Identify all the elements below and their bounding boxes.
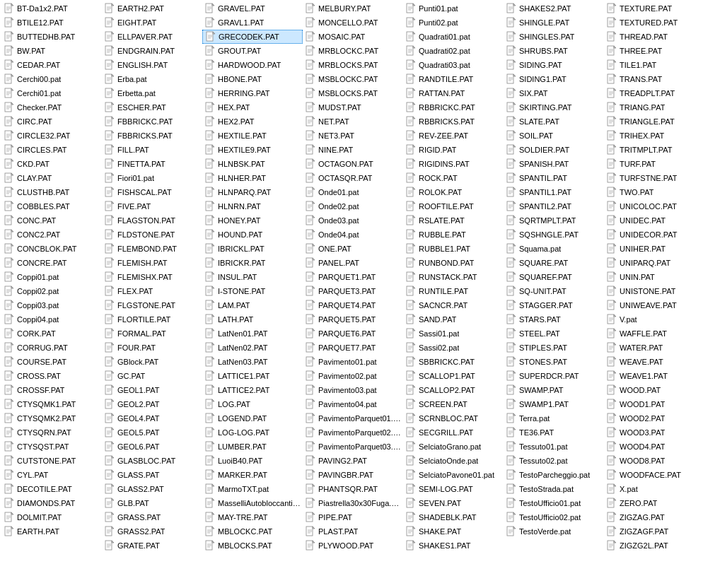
list-item[interactable]: WOOD1.PAT [604, 397, 703, 411]
list-item[interactable]: GLB.PAT [102, 496, 202, 510]
list-item[interactable]: MAY-TRE.PAT [202, 510, 303, 524]
list-item[interactable]: FBBRICKS.PAT [102, 129, 202, 143]
list-item[interactable]: CTYSQMK1.PAT [1, 397, 102, 411]
list-item[interactable]: RANDTILE.PAT [403, 72, 504, 86]
list-item[interactable]: CONC.PAT [1, 213, 102, 228]
list-item[interactable]: EARTH2.PAT [102, 1, 202, 16]
list-item[interactable]: LATTICE1.PAT [202, 369, 303, 383]
list-item[interactable]: SWAMP1.PAT [504, 397, 604, 411]
list-item[interactable]: GRATE.PAT [102, 539, 202, 553]
list-item[interactable]: PARQUET7.PAT [303, 341, 403, 355]
list-item[interactable]: THREE.PAT [604, 44, 703, 58]
list-item[interactable]: Quadrati03.pat [403, 58, 504, 72]
list-item[interactable]: HLNHER.PAT [202, 171, 303, 185]
list-item[interactable]: Pavimento03.pat [303, 383, 403, 397]
list-item[interactable]: RBBRICKS.PAT [403, 114, 504, 129]
list-item[interactable]: RUNSTACK.PAT [403, 270, 504, 284]
list-item[interactable]: INSUL.PAT [202, 270, 303, 284]
list-item[interactable]: UNIDECOR.PAT [604, 228, 703, 242]
list-item[interactable]: GROUT.PAT [202, 44, 303, 58]
list-item[interactable]: GBlock.PAT [102, 355, 202, 369]
list-item[interactable]: FILL.PAT [102, 143, 202, 157]
list-item[interactable]: TURF.PAT [604, 157, 703, 171]
list-item[interactable]: PARQUET1.PAT [303, 270, 403, 284]
list-item[interactable]: TRIANG.PAT [604, 100, 703, 114]
list-item[interactable]: HLNBSK.PAT [202, 157, 303, 171]
list-item[interactable]: MBLOCKC.PAT [202, 524, 303, 539]
list-item[interactable]: Pavimento04.pat [303, 397, 403, 411]
list-item[interactable]: FLAGSTON.PAT [102, 213, 202, 228]
list-item[interactable]: SEVEN.PAT [403, 496, 504, 510]
list-item[interactable]: LatNen02.PAT [202, 341, 303, 355]
list-item[interactable]: MSBLOCKC.PAT [303, 72, 403, 86]
list-item[interactable]: NINE.PAT [303, 143, 403, 157]
list-item[interactable]: GLASS2.PAT [102, 482, 202, 496]
list-item[interactable]: GRASS2.PAT [102, 524, 202, 539]
list-item[interactable]: STIPLES.PAT [504, 341, 604, 355]
list-item[interactable]: BT-Da1x2.PAT [1, 1, 102, 16]
list-item[interactable]: ENGLISH.PAT [102, 58, 202, 72]
list-item[interactable]: NET.PAT [303, 114, 403, 129]
list-item[interactable]: RSLATE.PAT [403, 213, 504, 228]
list-item[interactable]: PLYWOOD.PAT [303, 539, 403, 553]
list-item[interactable]: SIDING1.PAT [504, 72, 604, 86]
list-item[interactable]: Punti02.pat [403, 16, 504, 30]
list-item[interactable]: SelciatoGrano.pat [403, 440, 504, 454]
list-item[interactable]: UNIPARQ.PAT [604, 256, 703, 270]
list-item[interactable]: PavimentoParquet03.pat [303, 440, 403, 454]
list-item[interactable]: HLNPARQ.PAT [202, 185, 303, 199]
list-item[interactable]: Punti01.pat [403, 1, 504, 16]
list-item[interactable]: X.pat [604, 482, 703, 496]
list-item[interactable]: CIRCLES.PAT [1, 143, 102, 157]
list-item[interactable]: SLATE.PAT [504, 114, 604, 129]
list-item[interactable]: HONEY.PAT [202, 213, 303, 228]
list-item[interactable]: HEX.PAT [202, 100, 303, 114]
list-item[interactable]: RBBRICKC.PAT [403, 100, 504, 114]
list-item[interactable]: SelciatoPavone01.pat [403, 468, 504, 482]
list-item[interactable]: GEOL1.PAT [102, 383, 202, 397]
list-item[interactable]: SAND.PAT [403, 312, 504, 327]
list-item[interactable]: Erba.pat [102, 72, 202, 86]
list-item[interactable]: PARQUET6.PAT [303, 327, 403, 341]
list-item[interactable]: FORMAL.PAT [102, 327, 202, 341]
list-item[interactable]: SWAMP.PAT [504, 383, 604, 397]
list-item[interactable]: DOLMIT.PAT [1, 510, 102, 524]
list-item[interactable]: TestoStrada.pat [504, 482, 604, 496]
list-item[interactable]: HEXTILE.PAT [202, 129, 303, 143]
list-item[interactable]: STEEL.PAT [504, 327, 604, 341]
list-item[interactable]: Erbetta.pat [102, 86, 202, 100]
list-item[interactable]: Cerchi01.pat [1, 86, 102, 100]
list-item[interactable]: UNIN.PAT [604, 270, 703, 284]
list-item[interactable]: Pavimento02.pat [303, 369, 403, 383]
list-item[interactable]: ROOFTILE.PAT [403, 199, 504, 213]
list-item[interactable]: GEOL2.PAT [102, 397, 202, 411]
list-item[interactable]: CLUSTHB.PAT [1, 185, 102, 199]
list-item[interactable]: SCALLOP2.PAT [403, 383, 504, 397]
list-item[interactable]: WEAVE.PAT [604, 355, 703, 369]
list-item[interactable]: GRECODEK.PAT [202, 30, 303, 44]
list-item[interactable]: WOOD.PAT [604, 383, 703, 397]
list-item[interactable]: COBBLES.PAT [1, 199, 102, 213]
list-item[interactable]: OCTASQR.PAT [303, 171, 403, 185]
list-item[interactable]: CTYSQST.PAT [1, 440, 102, 454]
list-item[interactable]: CYL.PAT [1, 468, 102, 482]
list-item[interactable]: FLEMBOND.PAT [102, 242, 202, 256]
list-item[interactable]: SHAKES2.PAT [504, 1, 604, 16]
list-item[interactable]: GLASS.PAT [102, 468, 202, 482]
list-item[interactable]: FISHSCAL.PAT [102, 185, 202, 199]
list-item[interactable]: Coppi03.pat [1, 298, 102, 312]
list-item[interactable]: SQUAREF.PAT [504, 270, 604, 284]
list-item[interactable]: STAGGER.PAT [504, 298, 604, 312]
list-item[interactable]: FOUR.PAT [102, 341, 202, 355]
list-item[interactable]: CEDAR.PAT [1, 58, 102, 72]
list-item[interactable]: SQRTMPLT.PAT [504, 213, 604, 228]
list-item[interactable]: SKIRTING.PAT [504, 100, 604, 114]
list-item[interactable]: Onde04.pat [303, 228, 403, 242]
list-item[interactable]: RUBBLE1.PAT [403, 242, 504, 256]
list-item[interactable]: SOLDIER.PAT [504, 143, 604, 157]
list-item[interactable]: WATER.PAT [604, 341, 703, 355]
list-item[interactable]: Tessuto02.pat [504, 454, 604, 468]
list-item[interactable]: RIGID.PAT [403, 143, 504, 157]
list-item[interactable]: UNIWEAVE.PAT [604, 298, 703, 312]
list-item[interactable]: MRBLOCKS.PAT [303, 58, 403, 72]
